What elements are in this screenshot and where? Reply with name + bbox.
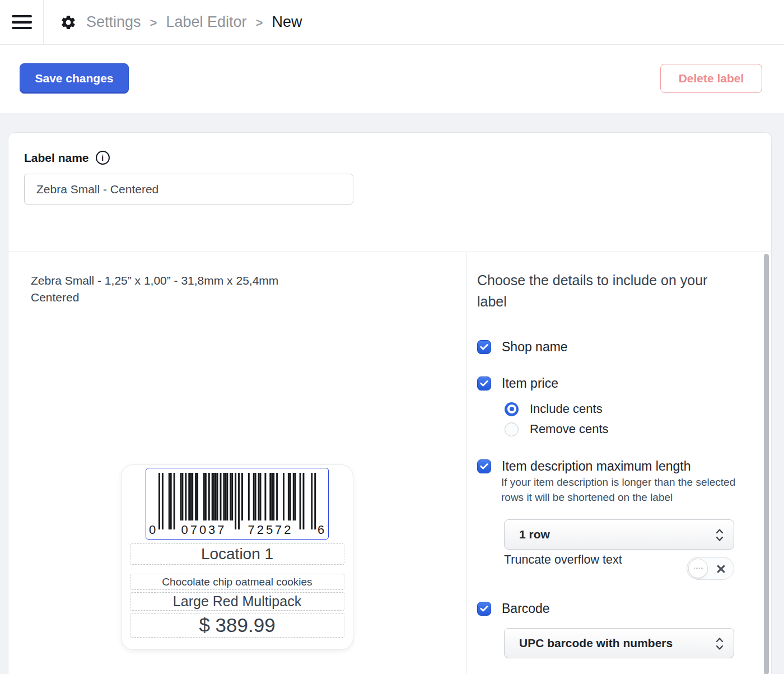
preview-location: Location 1 (130, 543, 344, 565)
remove-cents-label: Remove cents (530, 422, 609, 436)
toggle-knob (688, 559, 708, 578)
menu-button[interactable] (0, 0, 44, 44)
gear-icon (59, 13, 77, 31)
label-name-row: Label name i (24, 151, 110, 165)
section-divider (8, 252, 771, 252)
include-cents-radio[interactable] (505, 402, 519, 416)
top-header: Settings > Label Editor > New (0, 0, 784, 45)
column-divider (466, 252, 466, 674)
barcode-row: Barcode (477, 601, 550, 616)
shop-name-label: Shop name (502, 340, 568, 355)
svg-text:07037: 07037 (181, 523, 226, 537)
chevron-right-icon: > (256, 16, 263, 30)
options-heading: Choose the details to include on your la… (477, 269, 732, 312)
breadcrumb-new: New (272, 13, 302, 31)
rows-select[interactable]: 1 row (504, 519, 734, 550)
breadcrumb-label-editor[interactable]: Label Editor (166, 13, 246, 31)
barcode-preview-box: 007037725726 (146, 468, 329, 540)
include-cents-label: Include cents (530, 402, 603, 416)
info-icon[interactable]: i (96, 151, 110, 165)
action-bar: Save changes Delete label (0, 45, 784, 113)
delete-label-button[interactable]: Delete label (660, 64, 762, 93)
editor-card: Label name i Zebra Small - 1,25” x 1,00”… (8, 132, 772, 674)
save-changes-button[interactable]: Save changes (20, 63, 129, 94)
label-name-label: Label name (24, 151, 89, 165)
item-description-label: Item description maximum length (502, 459, 690, 474)
scrollbar-track (762, 253, 771, 674)
item-price-checkbox[interactable] (477, 376, 491, 391)
remove-cents-radio[interactable] (505, 422, 519, 436)
shop-name-checkbox[interactable] (477, 340, 491, 354)
truncate-toggle[interactable] (687, 557, 734, 580)
remove-cents-row: Remove cents (505, 422, 609, 436)
scrollbar-thumb[interactable] (764, 254, 769, 674)
barcode-type-select[interactable]: UPC barcode with numbers (504, 628, 734, 658)
upc-barcode-image: 007037725726 (146, 468, 328, 540)
select-stepper-icon (715, 636, 724, 652)
rows-select-value: 1 row (505, 528, 550, 541)
item-price-row: Item price (477, 376, 558, 391)
item-description-checkbox[interactable] (477, 459, 491, 473)
preview-description: Chocolate chip oatmeal cookies (130, 574, 344, 590)
toggle-off-x-icon (716, 564, 726, 574)
breadcrumb-settings[interactable]: Settings (86, 13, 141, 31)
svg-text:0: 0 (149, 523, 156, 537)
label-preview: 007037725726 Location 1 Chocolate chip o… (121, 464, 353, 650)
barcode-type-select-value: UPC barcode with numbers (505, 636, 673, 650)
item-price-label: Item price (502, 376, 558, 391)
barcode-label: Barcode (502, 601, 550, 616)
select-stepper-icon (715, 527, 724, 543)
svg-text:6: 6 (318, 523, 324, 537)
item-description-help-text: If your item description is longer than … (501, 475, 753, 505)
svg-text:72572: 72572 (248, 523, 293, 537)
barcode-checkbox[interactable] (477, 602, 491, 616)
label-editor-screen: Settings > Label Editor > New Save chang… (0, 0, 784, 674)
preview-variation: Large Red Multipack (130, 592, 344, 611)
chevron-right-icon: > (150, 16, 157, 30)
preview-price: $ 389.99 (130, 613, 344, 638)
item-description-row: Item description maximum length (477, 459, 690, 474)
label-name-input[interactable] (24, 174, 353, 204)
label-size-line1: Zebra Small - 1,25” x 1,00” - 31,8mm x 2… (31, 274, 278, 287)
label-size-line2: Centered (31, 291, 79, 304)
include-cents-row: Include cents (505, 402, 603, 416)
shop-name-row: Shop name (477, 340, 568, 355)
hamburger-icon (12, 15, 32, 30)
truncate-toggle-label: Truncate overflow text (504, 553, 622, 567)
breadcrumb: Settings > Label Editor > New (59, 0, 302, 44)
label-size-text: Zebra Small - 1,25” x 1,00” - 31,8mm x 2… (31, 272, 278, 306)
